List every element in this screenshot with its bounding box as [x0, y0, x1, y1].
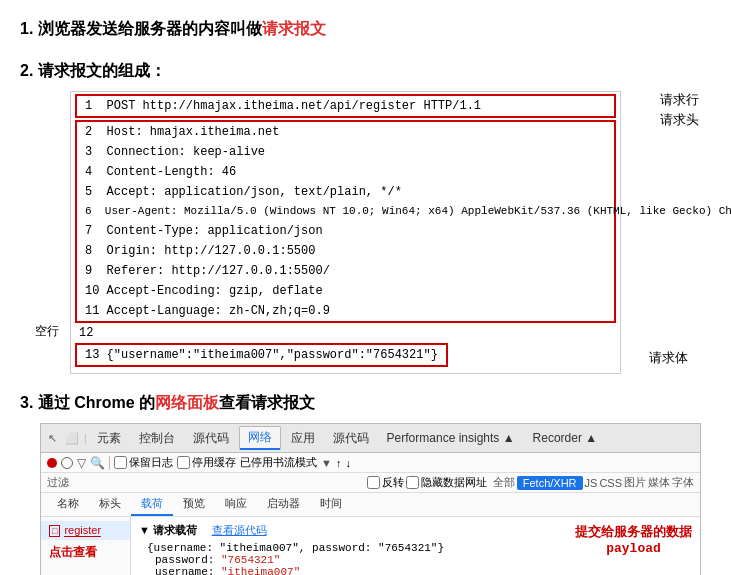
http-line-9: 9 Referer: http://127.0.0.1:5500/ — [77, 261, 614, 281]
hide-data-url-input[interactable] — [406, 476, 419, 489]
request-body-label: 请求体 — [649, 349, 688, 367]
media-filter[interactable]: 媒体 — [648, 475, 670, 490]
devtools-tabs-row: ↖ ⬜ | 元素 控制台 源代码 网络 应用 源代码 Performance i… — [41, 424, 700, 453]
payload-password: password: "7654321" — [155, 554, 444, 566]
tab-source2[interactable]: 源代码 — [325, 428, 377, 449]
file-item-register[interactable]: □ register — [41, 521, 130, 540]
request-line-label: 请求行 — [660, 91, 699, 109]
img-filter[interactable]: 图片 — [624, 475, 646, 490]
password-value: "7654321" — [221, 554, 280, 566]
section-1-number: 1. — [20, 20, 33, 37]
click-hint: 点击查看 — [41, 540, 130, 565]
export-icon[interactable]: ↓ — [345, 457, 351, 469]
http-line-4: 4 Content-Length: 46 — [77, 162, 614, 182]
file-icon: □ — [49, 525, 60, 537]
http-line-6: 6 User-Agent: Mozilla/5.0 (Windows NT 10… — [77, 202, 614, 221]
fetch-xhr-filter[interactable]: Fetch/XHR — [517, 476, 583, 490]
filter-type-row: 过滤 反转 隐藏数据网址 全部 Fetch/XHR JS CSS 图片 媒体 字… — [41, 473, 700, 493]
section-3-highlight: 网络面板 — [155, 394, 219, 411]
http-line-2: 2 Host: hmajax.itheima.net — [77, 122, 614, 142]
js-filter[interactable]: JS — [585, 477, 598, 489]
section-3: 3. 通过 Chrome 的网络面板查看请求报文 ↖ ⬜ | 元素 控制台 源代… — [20, 390, 711, 575]
request-detail: ▼ 请求载荷 查看源代码 {username: "itheima007", pa… — [131, 517, 700, 575]
tab-network[interactable]: 网络 — [239, 426, 281, 450]
http-line-1: 1 POST http://hmajax.itheima.net/api/reg… — [77, 96, 614, 116]
annotation-payload: payload — [575, 541, 692, 556]
devtools-subtabs: 名称 标头 载荷 预览 响应 启动器 时间 — [41, 493, 700, 517]
http-line-3: 3 Connection: keep-alive — [77, 142, 614, 162]
font-filter[interactable]: 字体 — [672, 475, 694, 490]
preserve-log-input[interactable] — [114, 456, 127, 469]
devtools-panel: ↖ ⬜ | 元素 控制台 源代码 网络 应用 源代码 Performance i… — [40, 423, 701, 575]
http-line-5: 5 Accept: application/json, text/plain, … — [77, 182, 614, 202]
file-list: □ register 点击查看 — [41, 517, 131, 575]
stream-mode-label: 已停用书流模式 — [240, 455, 317, 470]
subtab-timing[interactable]: 时间 — [310, 493, 352, 516]
section-1-title: 1. 浏览器发送给服务器的内容叫做请求报文 — [20, 16, 711, 42]
devtools-controls-row: ▽ 🔍 保留日志 停用缓存 已停用书流模式 ▼ ↑ ↓ — [41, 453, 700, 473]
view-source-link[interactable]: 查看源代码 — [212, 524, 267, 536]
file-name: register — [64, 524, 101, 537]
section-2-title: 2. 请求报文的组成： — [20, 58, 711, 84]
tab-elements[interactable]: 元素 — [89, 428, 129, 449]
http-line-13: 13 {"username":"itheima007","password":"… — [77, 345, 446, 365]
http-line-10: 10 Accept-Encoding: gzip, deflate — [77, 281, 614, 301]
section-3-text2: 查看请求报文 — [219, 394, 315, 411]
subtab-payload[interactable]: 载荷 — [131, 493, 173, 516]
record-button[interactable] — [47, 458, 57, 468]
section-2-title-text: 请求报文的组成： — [38, 62, 166, 79]
reverse-input[interactable] — [367, 476, 380, 489]
stop-button[interactable] — [61, 457, 73, 469]
section-2-number: 2. — [20, 62, 33, 79]
subtab-preview[interactable]: 预览 — [173, 493, 215, 516]
section-3-title: 3. 通过 Chrome 的网络面板查看请求报文 — [20, 390, 711, 416]
tab-console[interactable]: 控制台 — [131, 428, 183, 449]
subtab-initiator[interactable]: 启动器 — [257, 493, 310, 516]
disable-cache-input[interactable] — [177, 456, 190, 469]
tab-source[interactable]: 源代码 — [185, 428, 237, 449]
devtools-body: □ register 点击查看 ▼ 请求载荷 查看源代码 — [41, 517, 700, 575]
annotation-text: 提交给服务器的数据 — [575, 523, 692, 541]
cursor-icon[interactable]: ↖ — [45, 431, 60, 446]
http-line-7: 7 Content-Type: application/json — [77, 221, 614, 241]
search-icon[interactable]: 🔍 — [90, 456, 105, 470]
payload-annotation: 提交给服务器的数据 payload — [575, 523, 692, 556]
reverse-checkbox[interactable]: 反转 — [367, 475, 404, 490]
filter-icon[interactable]: ▽ — [77, 456, 86, 470]
device-icon[interactable]: ⬜ — [62, 431, 82, 446]
hide-data-url-checkbox[interactable]: 隐藏数据网址 — [406, 475, 487, 490]
payload-section-title: ▼ 请求载荷 — [139, 524, 197, 536]
import-icon[interactable]: ↑ — [336, 457, 342, 469]
section-1: 1. 浏览器发送给服务器的内容叫做请求报文 — [20, 16, 711, 42]
username-value: "itheima007" — [221, 566, 300, 575]
section-3-number: 3. — [20, 394, 33, 411]
payload-content: ▼ 请求载荷 查看源代码 {username: "itheima007", pa… — [139, 523, 444, 575]
payload-object: {username: "itheima007", password: "7654… — [147, 542, 444, 575]
request-head-label: 请求头 — [660, 111, 699, 129]
section-1-highlight: 请求报文 — [262, 20, 326, 37]
payload-username: username: "itheima007" — [155, 566, 444, 575]
css-filter[interactable]: CSS — [599, 477, 622, 489]
tab-performance[interactable]: Performance insights ▲ — [379, 429, 523, 447]
subtab-response[interactable]: 响应 — [215, 493, 257, 516]
throttle-dropdown[interactable]: ▼ — [321, 457, 332, 469]
filter-text: 过滤 — [47, 475, 69, 490]
tab-application[interactable]: 应用 — [283, 428, 323, 449]
subtab-headers[interactable]: 标头 — [89, 493, 131, 516]
section-1-text: 浏览器发送给服务器的内容叫做 — [38, 20, 262, 37]
tab-recorder[interactable]: Recorder ▲ — [525, 429, 606, 447]
http-message-wrapper: 请求行 请求头 1 POST http://hmajax.itheima.net… — [50, 91, 631, 374]
empty-line-label: 空行 — [35, 323, 59, 340]
subtab-name[interactable]: 名称 — [47, 493, 89, 516]
http-line-11: 11 Accept-Language: zh-CN,zh;q=0.9 — [77, 301, 614, 321]
all-filter[interactable]: 全部 — [493, 475, 515, 490]
http-line-8: 8 Origin: http://127.0.0.1:5500 — [77, 241, 614, 261]
disable-cache-checkbox[interactable]: 停用缓存 — [177, 455, 236, 470]
preserve-log-checkbox[interactable]: 保留日志 — [114, 455, 173, 470]
http-line-12: 12 — [71, 323, 620, 343]
section-3-text: 通过 Chrome 的 — [38, 394, 155, 411]
section-2: 2. 请求报文的组成： 请求行 请求头 1 POST http://hmajax… — [20, 58, 711, 374]
http-message-box: 1 POST http://hmajax.itheima.net/api/reg… — [70, 91, 621, 374]
payload-full: {username: "itheima007", password: "7654… — [147, 542, 444, 554]
